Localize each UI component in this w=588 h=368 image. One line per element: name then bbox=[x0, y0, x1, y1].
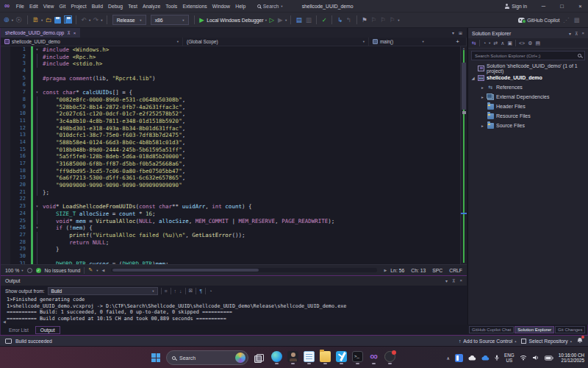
debugger-label[interactable]: Local Windows Debugger bbox=[207, 18, 263, 23]
navigate-backward-icon[interactable]: ⦾ bbox=[3, 16, 10, 24]
tab-solution-explorer[interactable]: Solution Explorer bbox=[514, 326, 554, 333]
tab-shellcode-uuid-demo-cpp[interactable]: shellcode_UUID_demo.cpp ⊼ × bbox=[1, 28, 80, 38]
task-view-button[interactable] bbox=[254, 354, 264, 362]
search-control[interactable]: Search ▾ bbox=[257, 4, 283, 9]
nav-scope-dropdown[interactable]: (Global Scope) ▾ bbox=[183, 38, 369, 46]
hscroll-right-icon[interactable]: ▶ bbox=[384, 268, 387, 272]
taskbar-clock[interactable]: 10:16:00 CH 21/12/2025 bbox=[559, 353, 584, 364]
taskbar-app-visualstudio[interactable] bbox=[368, 351, 379, 364]
se-pin-icon[interactable]: ⊼ bbox=[575, 31, 578, 36]
output-chevron-down-icon[interactable]: ▾ bbox=[445, 278, 448, 283]
tree-item-external-dependencies[interactable]: ▸External Dependencies bbox=[468, 92, 588, 102]
platform-dropdown[interactable]: x86▾ bbox=[151, 15, 189, 25]
menu-build[interactable]: Build bbox=[89, 4, 105, 9]
menu-view[interactable]: View bbox=[40, 4, 57, 9]
expander-icon[interactable]: ▸ bbox=[480, 124, 485, 128]
menu-analyze[interactable]: Analyze bbox=[140, 4, 162, 9]
taskbar-app-person[interactable] bbox=[287, 351, 298, 364]
document-outline-icon[interactable]: ▥ bbox=[304, 16, 312, 24]
preview-icon[interactable]: ▤ bbox=[535, 40, 540, 46]
active-files-icon[interactable]: ▾ bbox=[452, 30, 454, 35]
sign-in-button[interactable]: Sign in bbox=[504, 4, 527, 9]
menu-window[interactable]: Window bbox=[209, 4, 232, 9]
save-all-icon[interactable] bbox=[65, 17, 72, 24]
menu-edit[interactable]: Edit bbox=[26, 4, 40, 9]
pending-filter-icon[interactable]: ◔ bbox=[483, 40, 486, 46]
tab-error-list[interactable]: Error List bbox=[4, 326, 34, 334]
autoscroll-icon[interactable]: ◔ bbox=[209, 289, 212, 294]
previous-bookmark-icon[interactable]: ⚐ bbox=[370, 16, 378, 24]
output-source-dropdown[interactable]: Build ▾ bbox=[48, 287, 158, 295]
word-wrap-icon[interactable]: ¶ bbox=[199, 289, 202, 294]
se-chevron-down-icon[interactable]: ▾ bbox=[569, 31, 571, 36]
step-out-icon[interactable]: ↰ bbox=[345, 16, 353, 24]
indent-indicator[interactable]: SPC bbox=[432, 268, 442, 273]
output-pin-icon[interactable]: ⊼ bbox=[452, 278, 455, 283]
menu-help[interactable]: Help bbox=[233, 4, 248, 9]
step-commands-icon[interactable]: ↳ bbox=[336, 16, 343, 24]
navigate-forward-icon[interactable]: ⦿ bbox=[15, 16, 24, 24]
minimize-button[interactable]: ─ bbox=[536, 0, 551, 13]
maximize-button[interactable]: □ bbox=[554, 0, 570, 13]
se-close-icon[interactable]: × bbox=[581, 31, 584, 36]
redo-icon[interactable]: ↷ bbox=[92, 16, 99, 24]
pin-icon[interactable]: ⊼ bbox=[67, 30, 70, 35]
line-indicator[interactable]: Ln: 56 bbox=[390, 268, 404, 273]
document-health-icon[interactable] bbox=[27, 268, 32, 273]
taskbar-search-box[interactable]: Search bbox=[166, 350, 248, 365]
configuration-dropdown[interactable]: Release▾ bbox=[112, 15, 146, 25]
hscroll-left-icon[interactable]: ◀ bbox=[101, 268, 104, 272]
solution-explorer-search-input[interactable]: Search Solution Explorer (Ctrl+;) bbox=[471, 51, 585, 60]
github-copilot-badge[interactable]: GitHub Copilot ⋰ ▩ bbox=[518, 16, 581, 24]
onedrive-icon[interactable] bbox=[481, 355, 490, 361]
close-tab-icon[interactable]: × bbox=[74, 31, 76, 35]
menu-test[interactable]: Test bbox=[126, 4, 140, 9]
close-button[interactable]: × bbox=[573, 0, 588, 13]
find-message-icon[interactable]: ≡ bbox=[165, 289, 168, 294]
nav-project-dropdown[interactable]: shellcode_UUID_demo ▾ bbox=[1, 38, 183, 46]
hidden-icons-chevron[interactable]: ∧ bbox=[447, 355, 450, 361]
search-highlight-image[interactable] bbox=[235, 353, 245, 363]
language-indicator[interactable]: ENGUS bbox=[504, 353, 514, 363]
taskbar-app-explorer[interactable] bbox=[320, 351, 331, 364]
code-analysis-icon[interactable]: ✓ bbox=[320, 16, 328, 24]
taskbar-app-terminal[interactable] bbox=[352, 351, 363, 364]
editor-vertical-scrollbar[interactable]: ▲ bbox=[460, 46, 467, 264]
scrollbar-thumb[interactable] bbox=[462, 63, 466, 110]
tree-item-resource-files[interactable]: Resource Files bbox=[468, 111, 588, 121]
code-cleanup-icon[interactable]: ✎ bbox=[88, 267, 93, 273]
switch-views-icon[interactable]: ⇆ bbox=[472, 40, 476, 46]
code-editor[interactable]: 1▾#include <Windows.h>2#include <Rpc.h>3… bbox=[1, 46, 467, 264]
open-folder-icon[interactable]: 🗀 bbox=[44, 16, 53, 24]
expander-icon[interactable]: ▸ bbox=[480, 95, 485, 99]
tray-app-icon[interactable] bbox=[455, 354, 463, 362]
start-without-debugging-icon[interactable]: ▷ bbox=[268, 16, 276, 24]
editor-layout-icon[interactable]: ⊞ bbox=[459, 30, 462, 35]
next-bookmark-icon[interactable]: ⚐ bbox=[379, 16, 387, 24]
next-message-icon[interactable]: ↓ bbox=[179, 289, 182, 294]
menu-project[interactable]: Project bbox=[68, 4, 89, 9]
taskbar-app-edge[interactable] bbox=[271, 351, 282, 364]
collapse-all-icon[interactable]: ∧ bbox=[501, 40, 504, 46]
tab-output[interactable]: Output bbox=[35, 326, 60, 334]
notifications-bell-icon[interactable] bbox=[577, 337, 583, 344]
microphone-icon[interactable] bbox=[495, 355, 499, 361]
tree-item-source-files[interactable]: ▸Source Files bbox=[468, 121, 588, 130]
previous-message-icon[interactable]: ↑ bbox=[174, 289, 177, 294]
start-debugging-icon[interactable]: ▶ bbox=[198, 16, 206, 24]
taskbar-app-media[interactable] bbox=[384, 351, 395, 364]
clear-all-icon[interactable]: ⊠ bbox=[189, 288, 193, 294]
new-project-icon[interactable]: 🖹 bbox=[32, 16, 40, 24]
editor-horizontal-scrollbar[interactable] bbox=[111, 268, 377, 272]
attach-icon[interactable]: ▶ bbox=[276, 16, 284, 24]
column-indicator[interactable]: Ch: 13 bbox=[411, 268, 426, 273]
output-hscroll-left-icon[interactable]: ◀ bbox=[3, 319, 6, 324]
properties-icon[interactable]: ⚙ bbox=[528, 40, 532, 46]
menu-file[interactable]: File bbox=[13, 4, 26, 9]
eol-indicator[interactable]: CRLF bbox=[449, 268, 462, 273]
copilot-chat-icon[interactable]: ▩ bbox=[573, 16, 581, 24]
expander-icon[interactable]: ▸ bbox=[480, 85, 485, 90]
menu-git[interactable]: Git bbox=[57, 4, 68, 9]
bookmark-icon[interactable]: ⚑ bbox=[361, 16, 369, 24]
issues-status-label[interactable]: No issues found bbox=[45, 268, 81, 273]
